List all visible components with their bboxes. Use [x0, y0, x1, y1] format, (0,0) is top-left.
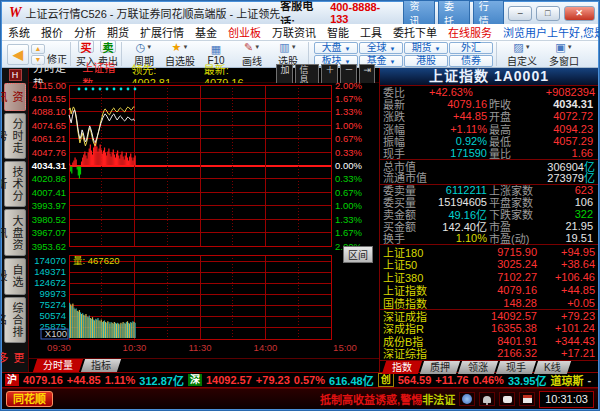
- tab-gainers[interactable]: 领涨: [458, 361, 498, 374]
- sell-button[interactable]: 卖: [100, 40, 116, 53]
- tab-current-lot[interactable]: 现手: [496, 361, 536, 374]
- status-bar: 同花顺 抵制高收益诱惑,警惕非法证 10:31:03: [2, 388, 598, 409]
- menu-extended[interactable]: 扩展行情: [140, 24, 184, 40]
- close-button[interactable]: ✕: [564, 6, 595, 21]
- svg-text:4115.00: 4115.00: [32, 83, 66, 91]
- svg-text:0.33%: 0.33%: [335, 173, 362, 184]
- latest-label: 最新:: [204, 64, 229, 76]
- index-row[interactable]: 深证综指2166.32+17.21: [380, 347, 598, 360]
- intraday-chart[interactable]: 4115.004101.554088.104074.654061.214047.…: [29, 83, 379, 358]
- quote-row: 换手1.10% 市盈(动)19.51: [380, 232, 598, 244]
- menu-chinext[interactable]: 创业板: [228, 24, 261, 40]
- menu-online-service[interactable]: 在线服务: [448, 24, 492, 40]
- cy-value: 564.59: [398, 374, 432, 386]
- global-button[interactable]: 全球 ▼: [359, 42, 403, 54]
- quote-panel-tabs: 指数 质押 领涨 现手 K线: [380, 360, 598, 374]
- globe-icon[interactable]: [459, 392, 475, 406]
- svg-text:3993.97: 3993.97: [32, 200, 66, 211]
- svg-text:1.33%: 1.33%: [335, 214, 362, 225]
- chevron-down-icon: ▼: [434, 46, 440, 52]
- main-area: H 资讯 分时走势 技术分析 大盘资讯 自选股 综合排名 更多 分时走势 上证指…: [2, 68, 598, 372]
- market-overview-button[interactable]: 大盘 ▼: [314, 42, 358, 54]
- filter-grid-icon: ▥: [279, 41, 289, 53]
- tab-pledge[interactable]: 质押: [420, 361, 460, 374]
- chat-icon[interactable]: [499, 392, 515, 406]
- market-ticker-bar: 沪 4079.16 +44.85 1.11% 312.87亿 深 14092.5…: [2, 372, 598, 388]
- sidebar-item-watchlist[interactable]: 自选股: [4, 258, 26, 295]
- sidebar-item-more[interactable]: 更多: [4, 345, 26, 371]
- svg-text:4061.21: 4061.21: [32, 133, 66, 144]
- menu-smart[interactable]: 智能: [327, 24, 349, 40]
- maximize-button[interactable]: □: [536, 6, 560, 21]
- svg-text:14:00: 14:00: [254, 342, 278, 353]
- document-icon: ▦: [211, 43, 221, 55]
- left-sidebar: H 资讯 分时走势 技术分析 大盘资讯 自选股 综合排名 更多: [2, 68, 29, 372]
- futures-button[interactable]: 期货 ▼: [404, 42, 448, 54]
- menu-tools[interactable]: 工具: [360, 24, 382, 40]
- title-bar: W 上证云行情C526 - 万联证券同花顺高端版 - 上证领先 客服电话: 40…: [2, 2, 598, 24]
- clock-icon: ◷: [136, 41, 146, 53]
- svg-text:1.67%: 1.67%: [335, 227, 362, 238]
- svg-text:10:30: 10:30: [123, 342, 147, 353]
- sidebar-item-market-news[interactable]: 大盘资讯: [4, 209, 26, 255]
- user-greeting: 浏览用户上午好,您是浏览用户: [503, 24, 600, 40]
- sidebar-item-intraday[interactable]: 分时走势: [4, 113, 26, 159]
- svg-text:124672: 124672: [34, 277, 66, 288]
- svg-text:99973: 99973: [40, 288, 66, 299]
- svg-text:0.33%: 0.33%: [335, 147, 362, 158]
- bonds-button[interactable]: 债券: [449, 55, 493, 67]
- shenzhen-badge[interactable]: 深: [188, 374, 202, 386]
- sh-change: +44.85: [67, 374, 101, 386]
- cy-change: +11.76: [435, 374, 468, 386]
- svg-text:4034.31: 4034.31: [32, 160, 67, 171]
- sidebar-item-news[interactable]: 资讯: [4, 83, 26, 111]
- forex-button[interactable]: 外汇: [449, 42, 493, 54]
- back-arrow-icon[interactable]: ◀: [7, 44, 29, 65]
- menu-trade[interactable]: 委托下单: [393, 24, 437, 40]
- multi-window-icon: ▣: [555, 41, 565, 53]
- svg-text:4074.65: 4074.65: [32, 120, 66, 131]
- sidebar-item-technical[interactable]: 技术分析: [4, 161, 26, 207]
- hk-stocks-button[interactable]: 港股: [404, 55, 448, 67]
- quote-panel: 上证指数 1A0001 委比 +42.63% +9082394 最新4079.1…: [380, 68, 598, 372]
- menu-system[interactable]: 系统: [8, 24, 30, 40]
- svg-text:1.00%: 1.00%: [335, 120, 362, 131]
- menu-quotes[interactable]: 报价: [41, 24, 63, 40]
- range-button[interactable]: 区间: [343, 246, 373, 263]
- svg-text:2.00%: 2.00%: [335, 83, 362, 91]
- chevron-down-icon: ▼: [389, 46, 395, 52]
- sh-pct: 1.11%: [105, 374, 136, 386]
- warning-text: 抵制高收益诱惑,警惕: [320, 394, 422, 406]
- tab-indicator[interactable]: 指标: [81, 359, 121, 372]
- svg-text:4088.10: 4088.10: [32, 106, 66, 117]
- tab-kline[interactable]: K线: [534, 361, 571, 374]
- chinext-badge[interactable]: 创: [378, 373, 394, 387]
- buy-button[interactable]: 买: [78, 40, 94, 53]
- clock-display: 10:31:03: [539, 391, 594, 408]
- minimize-button[interactable]: –: [508, 6, 532, 21]
- menu-funds[interactable]: 基金: [195, 24, 217, 40]
- cy-pct: 0.46%: [473, 374, 504, 386]
- svg-text:11:30: 11:30: [188, 342, 211, 353]
- svg-text:1.67%: 1.67%: [335, 93, 362, 104]
- tab-indices[interactable]: 指数: [382, 361, 422, 374]
- svg-text:09:30: 09:30: [47, 342, 71, 353]
- sidebar-item-ranking[interactable]: 综合排名: [4, 297, 26, 343]
- bell-icon[interactable]: [479, 392, 495, 406]
- multi-window-button[interactable]: ▣▼ 多窗口: [544, 40, 584, 68]
- tonghuashun-logo[interactable]: 同花顺: [6, 391, 53, 407]
- sh-amount: 312.87亿: [139, 372, 184, 388]
- shanghai-badge[interactable]: 沪: [5, 374, 19, 386]
- svg-text:75274: 75274: [40, 299, 66, 310]
- tab-volume[interactable]: 分时量: [33, 359, 83, 372]
- phone-number: 400-8888-133: [330, 1, 397, 25]
- up-arrow-icon[interactable]: ▲: [31, 44, 45, 54]
- collapse-handle[interactable]: H: [9, 69, 22, 81]
- app-window: W 上证云行情C526 - 万联证券同花顺高端版 - 上证领先 客服电话: 40…: [0, 0, 600, 411]
- sz-value: 14092.57: [206, 374, 252, 386]
- svg-text:0.67%: 0.67%: [335, 133, 362, 144]
- custom-layout-button[interactable]: ▨▼ 自定义: [502, 40, 542, 68]
- calendar-icon[interactable]: [519, 392, 535, 406]
- chevron-down-icon: ▼: [344, 46, 350, 52]
- menu-wanlian-news[interactable]: 万联资讯: [272, 24, 316, 40]
